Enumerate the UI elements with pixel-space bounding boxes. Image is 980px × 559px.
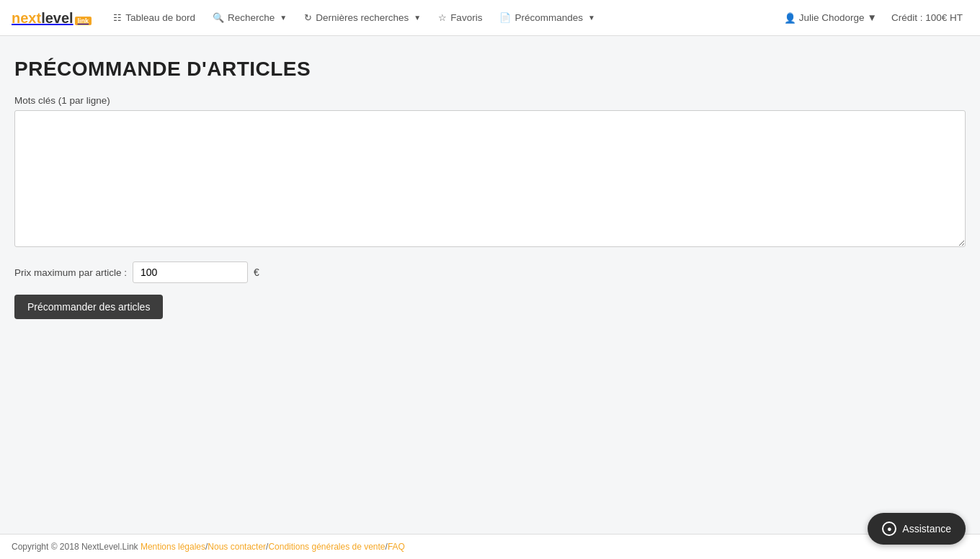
nav-recherche-label: Recherche (228, 12, 275, 23)
page-title: PRÉCOMMANDE D'ARTICLES (14, 58, 966, 81)
nav-tableau-label: Tableau de bord (125, 12, 195, 23)
nav-precommandes-label: Précommandes (514, 12, 583, 23)
logo-level: level (41, 11, 73, 25)
navbar: nextlevellink ☷ Tableau de bord 🔍 Recher… (0, 0, 980, 36)
user-name: Julie Chodorge (799, 12, 865, 23)
logo[interactable]: nextlevellink (12, 11, 92, 25)
navbar-left: nextlevellink ☷ Tableau de bord 🔍 Recher… (12, 0, 602, 36)
logo-link-badge: link (75, 17, 92, 25)
user-menu[interactable]: 👤 Julie Chodorge ▼ (778, 12, 883, 24)
precommandes-caret-icon: ▼ (588, 14, 595, 22)
nav-precommandes[interactable]: 📄 Précommandes ▼ (492, 0, 602, 36)
price-input[interactable] (133, 261, 248, 283)
main-content: PRÉCOMMANDE D'ARTICLES Mots clés (1 par … (0, 36, 980, 334)
assistance-button[interactable]: ● Assistance (868, 513, 966, 545)
footer-conditions[interactable]: Conditions générales de vente (268, 542, 385, 552)
nav-dernieres-label: Dernières recherches (316, 12, 409, 23)
keywords-textarea[interactable] (14, 110, 966, 247)
footer-mentions-legales[interactable]: Mentions légales (141, 542, 205, 552)
footer: Copyright © 2018 NextLevel.Link Mentions… (0, 534, 980, 559)
star-icon: ☆ (438, 12, 447, 23)
dernieres-caret-icon: ▼ (414, 14, 421, 22)
price-label: Prix maximum par article : (14, 267, 127, 278)
assistance-icon: ● (882, 522, 896, 536)
keywords-label: Mots clés (1 par ligne) (14, 95, 966, 106)
preorder-button-label: Précommander des articles (27, 301, 150, 313)
euro-sign: € (254, 267, 259, 278)
credit-info: Crédit : 100€ HT (886, 12, 968, 23)
assistance-label: Assistance (902, 523, 951, 535)
user-icon: 👤 (784, 12, 796, 24)
user-caret-icon: ▼ (868, 12, 877, 23)
credit-label: Crédit : 100€ HT (891, 12, 963, 23)
history-icon: ↻ (304, 12, 312, 23)
footer-nous-contacter[interactable]: Nous contacter (208, 542, 266, 552)
nav-recherche[interactable]: 🔍 Recherche ▼ (205, 0, 294, 36)
nav-favoris[interactable]: ☆ Favoris (431, 0, 489, 36)
precommande-icon: 📄 (499, 12, 511, 23)
recherche-caret-icon: ▼ (280, 14, 287, 22)
nav-tableau-de-bord[interactable]: ☷ Tableau de bord (106, 0, 202, 36)
price-row: Prix maximum par article : € (14, 261, 966, 283)
nav-dernieres-recherches[interactable]: ↻ Dernières recherches ▼ (297, 0, 428, 36)
preorder-button[interactable]: Précommander des articles (14, 295, 163, 319)
nav-favoris-label: Favoris (450, 12, 482, 23)
footer-copyright: Copyright © 2018 NextLevel.Link (12, 542, 138, 552)
navbar-right: 👤 Julie Chodorge ▼ Crédit : 100€ HT (778, 12, 968, 24)
search-icon: 🔍 (213, 12, 224, 23)
logo-next: next (12, 11, 41, 25)
dashboard-icon: ☷ (113, 12, 122, 23)
footer-faq[interactable]: FAQ (388, 542, 405, 552)
